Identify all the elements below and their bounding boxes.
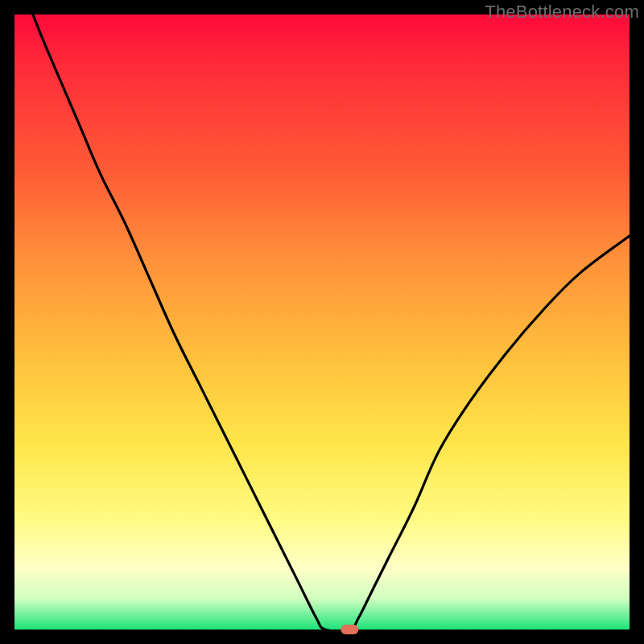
bottleneck-curve [14,14,630,630]
chart-frame: TheBottleneck.com [0,0,644,644]
curve-path [33,14,630,631]
watermark-text: TheBottleneck.com [485,2,639,23]
plot-area [14,14,630,630]
optimum-marker [341,625,358,634]
